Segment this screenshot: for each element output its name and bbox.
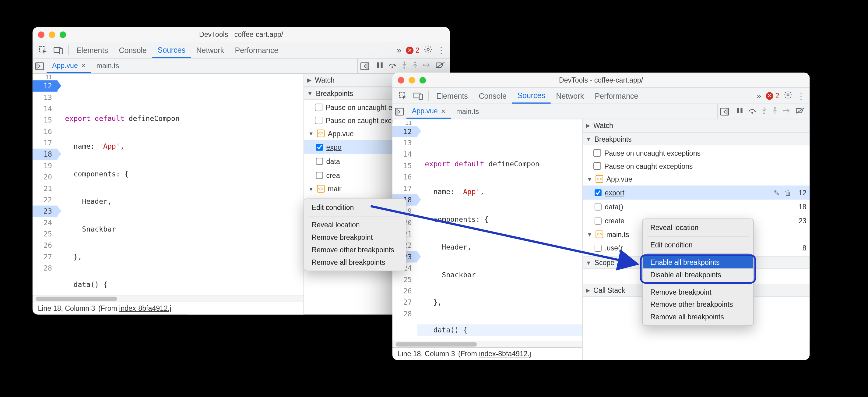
step-out-icon[interactable] (412, 61, 418, 71)
devtools-window-after: DevTools - coffee-cart.app/ Elements Con… (393, 73, 810, 360)
window-title: DevTools - coffee-cart.app/ (393, 76, 810, 84)
step-into-icon[interactable] (401, 61, 407, 71)
navigator-toggle-icon[interactable] (393, 104, 406, 119)
ctx-edit-condition[interactable]: Edit condition (643, 238, 753, 251)
close-tab-icon[interactable]: × (441, 107, 445, 115)
device-toggle-icon[interactable] (411, 88, 426, 104)
step-into-icon[interactable] (761, 106, 767, 117)
editor-scrollbar[interactable] (393, 341, 582, 347)
edit-breakpoint-icon[interactable]: ✎ (774, 189, 781, 197)
svg-rect-24 (740, 108, 742, 113)
context-menu-after[interactable]: Reveal location Edit condition Enable al… (642, 219, 754, 326)
svg-rect-17 (419, 94, 423, 99)
ctx-reveal-location[interactable]: Reveal location (304, 219, 406, 231)
file-tabbar: App.vue × main.ts (393, 104, 810, 119)
svg-rect-8 (377, 62, 379, 68)
file-tab-appvue[interactable]: App.vue × (46, 58, 91, 73)
ctx-remove-breakpoint[interactable]: Remove breakpoint (643, 286, 753, 298)
tab-console[interactable]: Console (114, 42, 152, 58)
svg-rect-20 (396, 108, 398, 115)
svg-rect-9 (380, 62, 382, 68)
section-watch[interactable]: ▶Watch (583, 119, 810, 133)
delete-breakpoint-icon[interactable]: 🗑 (784, 189, 792, 197)
ctx-edit-condition[interactable]: Edit condition (304, 201, 406, 214)
deactivate-breakpoints-icon[interactable] (436, 61, 445, 70)
svg-point-10 (392, 66, 393, 68)
more-tabs-icon[interactable]: » (756, 91, 762, 101)
pause-caught-checkbox[interactable]: Pause on caught exceptions (583, 159, 810, 172)
step-icon[interactable] (423, 62, 431, 70)
settings-gear-icon[interactable] (784, 90, 792, 101)
svg-point-18 (787, 94, 789, 96)
devtools-tabbar: Elements Console Sources Network Perform… (393, 88, 810, 104)
status-bar: Line 18, Column 3 (From index-8bfa4912.j (33, 302, 304, 315)
navigator-toggle-icon[interactable] (33, 58, 46, 73)
tab-elements[interactable]: Elements (71, 42, 113, 58)
step-over-icon[interactable] (748, 107, 756, 116)
step-icon[interactable] (782, 107, 791, 115)
cursor-position: Line 18, Column 3 (38, 304, 95, 313)
code-content[interactable]: export default defineCompon name: 'App',… (417, 119, 582, 341)
close-tab-icon[interactable]: × (81, 61, 86, 69)
pause-icon[interactable] (736, 107, 743, 116)
section-breakpoints[interactable]: ▼Breakpoints (583, 132, 810, 145)
debugger-toggle-icon[interactable] (718, 104, 732, 119)
titlebar: DevTools - coffee-cart.app/ (393, 73, 810, 88)
tab-console[interactable]: Console (473, 88, 512, 104)
svg-point-28 (783, 110, 784, 111)
svg-point-25 (751, 112, 753, 114)
file-tab-appvue[interactable]: App.vue × (406, 104, 451, 119)
editor-scrollbar[interactable] (33, 295, 304, 301)
file-tab-maints[interactable]: main.ts (451, 104, 485, 119)
source-map-link[interactable]: index-8bfa4912.j (479, 350, 531, 358)
ctx-remove-other[interactable]: Remove other breakpoints (304, 244, 406, 256)
tab-performance[interactable]: Performance (589, 88, 644, 104)
svg-point-13 (423, 64, 425, 66)
cursor-position: Line 18, Column 3 (398, 350, 455, 358)
debugger-controls (372, 58, 450, 73)
ctx-reveal-location[interactable]: Reveal location (643, 221, 753, 234)
settings-gear-icon[interactable] (424, 45, 432, 55)
tab-network[interactable]: Network (191, 42, 229, 58)
svg-point-12 (414, 61, 416, 63)
device-toggle-icon[interactable] (51, 42, 66, 58)
inspect-icon[interactable] (36, 42, 51, 58)
file-tab-maints[interactable]: main.ts (91, 58, 125, 73)
titlebar: DevTools - coffee-cart.app/ (33, 27, 450, 42)
debugger-controls (732, 104, 810, 119)
debugger-toggle-icon[interactable] (358, 58, 372, 73)
code-editor[interactable]: 11 12 1314151617 18 19202122 23 24252627… (33, 74, 304, 295)
context-menu-before[interactable]: Edit condition Reveal location Remove br… (304, 198, 406, 271)
ctx-remove-all[interactable]: Remove all breakpoints (304, 256, 406, 268)
bp-file-appvue[interactable]: ▼<>App.vue (583, 172, 810, 186)
ctx-remove-all[interactable]: Remove all breakpoints (643, 311, 753, 323)
svg-rect-23 (737, 108, 739, 113)
bp-entry-data[interactable]: data() 18 (583, 200, 810, 214)
more-tabs-icon[interactable]: » (397, 46, 402, 55)
tab-performance[interactable]: Performance (229, 42, 284, 58)
svg-point-27 (774, 107, 776, 109)
bp-entry-export[interactable]: export ✎ 🗑 12 (583, 186, 810, 200)
error-badge[interactable]: ✕2 (406, 46, 420, 54)
ctx-remove-other[interactable]: Remove other breakpoints (643, 298, 753, 311)
code-content[interactable]: export default defineCompon name: 'App',… (58, 74, 304, 295)
ctx-enable-all[interactable]: Enable all breakpoints (643, 256, 753, 268)
error-badge[interactable]: ✕2 (766, 92, 779, 100)
svg-point-3 (427, 48, 429, 50)
ctx-remove-breakpoint[interactable]: Remove breakpoint (304, 231, 406, 244)
pause-uncaught-checkbox[interactable]: Pause on uncaught exceptions (583, 146, 810, 160)
ctx-disable-all[interactable]: Disable all breakpoints (643, 268, 753, 281)
step-out-icon[interactable] (772, 106, 778, 117)
tab-sources[interactable]: Sources (512, 88, 551, 104)
line-gutter[interactable]: 11 12 1314151617 18 19202122 23 24252627… (33, 74, 58, 295)
tab-elements[interactable]: Elements (431, 88, 473, 104)
source-map-link[interactable]: index-8bfa4912.j (119, 304, 171, 313)
tab-sources[interactable]: Sources (152, 42, 191, 58)
svg-point-11 (403, 67, 405, 68)
deactivate-breakpoints-icon[interactable] (796, 107, 805, 116)
code-editor[interactable]: 11 12 1314151617 18 19202122 23 24252627… (393, 119, 582, 341)
inspect-icon[interactable] (396, 88, 411, 104)
pause-icon[interactable] (376, 61, 383, 70)
step-over-icon[interactable] (388, 61, 396, 70)
tab-network[interactable]: Network (551, 88, 589, 104)
